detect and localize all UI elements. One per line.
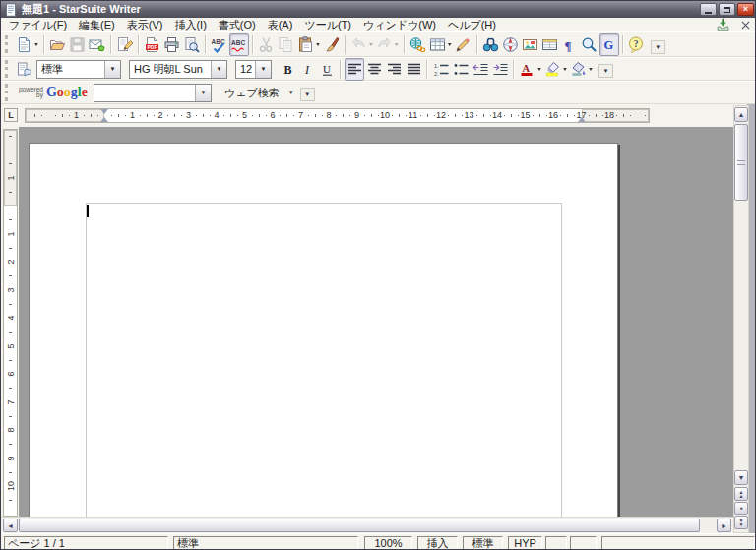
paste-button-dropdown-icon[interactable]: ▼ [315,41,321,46]
edit-file-button[interactable] [115,33,135,56]
underline-button[interactable]: U [317,58,337,81]
new-document-button-dropdown-icon[interactable]: ▼ [33,41,39,46]
highlighting-button[interactable]: ▼ [543,58,569,81]
formatting-toolbar-options-button[interactable]: ▼ [598,64,613,78]
tab-stop-selector[interactable]: L [4,108,18,122]
menu-item-2[interactable]: 編集(E) [73,18,121,31]
toolbar-grip[interactable] [5,84,11,101]
menu-item-9[interactable]: ヘルプ(H) [442,18,502,31]
font-name-combo-dropdown[interactable]: ▼ [211,61,226,78]
background-color-button-dropdown-icon[interactable]: ▼ [588,66,594,71]
font-name-combo[interactable]: HG 明朝L Sun▼ [129,60,227,79]
google-search-input[interactable] [94,87,195,98]
menu-item-1[interactable]: ファイル(F) [3,18,73,31]
navigator-button[interactable] [501,33,521,56]
menu-item-4[interactable]: 挿入(I) [168,18,212,31]
horizontal-scroll-thumb[interactable] [19,519,700,532]
increase-indent-button[interactable] [490,58,510,81]
menu-item-8[interactable]: ウィンドウ(W) [357,18,442,31]
status-insert-mode[interactable]: 挿入 [417,536,458,550]
paragraph-style-combo-dropdown[interactable]: ▼ [104,61,120,78]
update-available-icon[interactable] [716,18,730,31]
send-email-button[interactable] [88,33,107,56]
bullet-list-button[interactable] [451,58,471,81]
nonprinting-characters-button[interactable]: ¶ [560,33,580,56]
google-search-combo[interactable]: ▼ [94,84,212,102]
next-page-button[interactable]: ▼▼ [734,516,748,529]
format-paintbrush-button[interactable] [322,33,342,56]
scroll-right-button[interactable]: ► [717,519,731,532]
standard-toolbar-options-button[interactable]: ▼ [651,40,665,54]
spellcheck-button[interactable]: ABC [210,33,229,56]
status-page-indicator[interactable]: ページ 1 / 1 [4,536,168,550]
page-preview-button[interactable] [182,33,202,56]
bold-button[interactable]: B [278,58,297,81]
menu-item-7[interactable]: ツール(T) [298,18,357,31]
redo-button-dropdown-icon[interactable]: ▼ [394,41,400,46]
scroll-down-button[interactable]: ▼ [734,470,748,485]
styles-button[interactable] [15,58,34,81]
toolbar-grip[interactable] [5,60,11,78]
gallery-button[interactable] [521,33,540,56]
draw-functions-button[interactable] [454,33,473,56]
menu-item-5[interactable]: 書式(O) [213,18,262,31]
insert-table-button-dropdown-icon[interactable]: ▼ [447,41,453,46]
auto-spellcheck-button[interactable]: ABC [229,33,249,56]
minimize-button[interactable] [700,3,717,16]
align-right-button[interactable] [384,58,404,81]
horizontal-ruler[interactable]: 1123456789101112131415161718 [25,108,650,123]
hyperlink-button[interactable] [409,33,428,56]
toolbar-grip[interactable] [5,35,11,53]
font-size-combo[interactable]: 12▼ [235,60,272,79]
font-color-button[interactable]: A▼ [518,58,543,81]
scroll-left-button[interactable]: ◄ [3,519,18,532]
align-center-button[interactable] [364,58,384,81]
scroll-up-button[interactable]: ▲ [734,107,748,122]
status-page-style[interactable]: 標準 [173,536,358,550]
maximize-button[interactable] [719,3,735,16]
paragraph-style-combo[interactable]: 標準▼ [36,60,121,79]
open-button[interactable] [48,33,68,56]
align-justify-button[interactable] [404,58,423,81]
decrease-indent-button[interactable] [471,58,490,81]
previous-page-button[interactable]: ▲▲ [734,487,748,501]
google-search-dropdown[interactable]: ▼ [195,85,211,101]
close-document-icon[interactable] [738,18,753,31]
print-button[interactable] [162,33,182,56]
undo-button-dropdown-icon[interactable]: ▼ [368,41,374,46]
align-left-button[interactable] [345,58,364,81]
data-sources-button[interactable] [540,33,560,56]
google-search-button[interactable]: G [599,33,619,56]
right-indent-marker[interactable] [578,117,586,122]
vertical-scrollbar[interactable]: ▲ ▼ ▲▲ ● ▼▼ [733,105,749,533]
left-indent-marker[interactable] [100,117,108,122]
web-search-button[interactable]: ウェブ検索 [218,84,286,102]
status-hyperlink-mode[interactable]: HYP [508,536,542,550]
menu-item-6[interactable]: 表(A) [262,18,299,31]
font-color-button-dropdown-icon[interactable]: ▼ [536,66,542,71]
find-replace-button[interactable] [481,33,501,56]
close-button[interactable]: × [737,3,754,16]
navigation-button[interactable]: ● [734,502,748,515]
web-search-dropdown-icon[interactable]: ▼ [288,90,294,95]
vertical-scroll-thumb[interactable] [734,124,748,201]
highlighting-button-dropdown-icon[interactable]: ▼ [562,66,568,71]
zoom-button[interactable] [580,33,599,56]
export-pdf-button[interactable]: PDF [143,33,162,56]
google-toolbar-options-button[interactable]: ▼ [300,88,315,101]
font-size-combo-dropdown[interactable]: ▼ [255,61,271,78]
status-selection-mode[interactable]: 標準 [463,536,503,550]
document-page[interactable] [29,143,618,517]
help-button[interactable]: ? [627,33,647,56]
insert-table-button[interactable]: ▼ [428,33,454,56]
vertical-ruler[interactable]: 112345678910 [3,129,18,517]
paste-button[interactable]: ▼ [296,33,322,56]
horizontal-scrollbar[interactable]: ◄ ► [1,517,733,533]
numbered-list-button[interactable]: 1.2. [431,58,451,81]
first-line-indent-marker[interactable] [100,109,108,114]
status-zoom-level[interactable]: 100% [364,536,412,550]
italic-button[interactable]: I [297,58,317,81]
menu-item-3[interactable]: 表示(V) [121,18,169,31]
background-color-button[interactable]: ▼ [569,58,595,81]
new-document-button[interactable]: ▼ [15,33,40,56]
